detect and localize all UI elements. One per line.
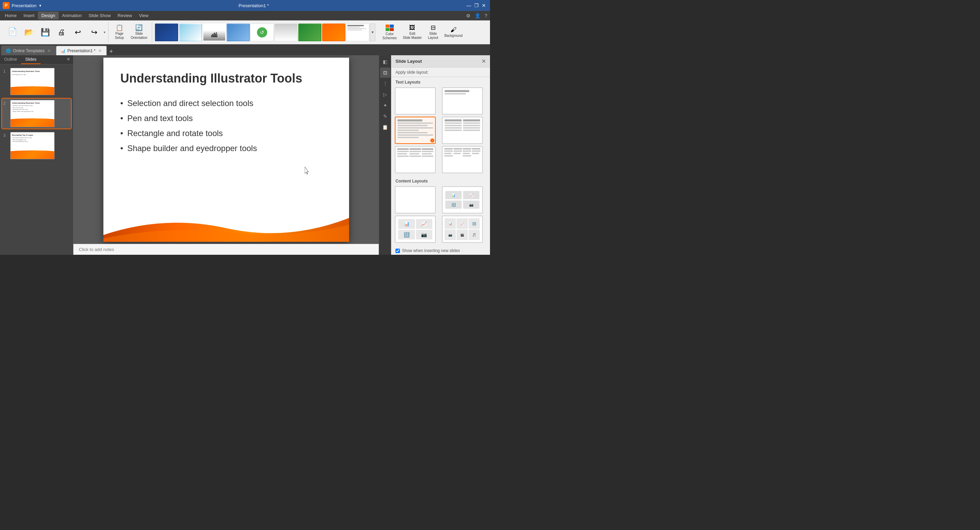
layout-four-col[interactable] (442, 146, 483, 173)
apply-layout-label: Apply slide layout: (396, 70, 429, 75)
sidebar-icon-1[interactable]: ◧ (380, 57, 390, 67)
layout-two-col[interactable] (442, 117, 483, 144)
layout-line (398, 119, 422, 121)
content-placeholder-3: 📊 📈 🔢 📷 (396, 216, 435, 242)
theme-7[interactable] (298, 24, 321, 41)
theme-8[interactable] (322, 24, 345, 41)
bullet-dot-4: • (121, 144, 123, 153)
menu-review[interactable]: Review (114, 11, 136, 19)
user-icon[interactable]: 👤 (473, 12, 482, 19)
save-button[interactable]: 💾 (38, 23, 52, 42)
layout-content-icon[interactable]: 📊 📈 🔢 📷 (442, 186, 483, 214)
theme-6[interactable] (274, 24, 298, 41)
page-setup-group: 📋 PageSetup 🔄 SlideOrientation (110, 22, 152, 43)
close-button[interactable]: ✕ (480, 2, 487, 9)
layout-blank[interactable] (395, 87, 436, 114)
slide-layout-button[interactable]: ⊟ SlideLayout (425, 23, 441, 42)
theme-strip: 🏙 ↺ ▼ (154, 24, 377, 41)
print-button[interactable]: 🖨 (54, 23, 69, 42)
layout-line (445, 130, 462, 131)
new-icon: 📄 (8, 28, 17, 35)
undo-button[interactable]: ↩ (70, 23, 85, 42)
redo-dropdown[interactable]: ▼ (103, 31, 106, 34)
new-button[interactable]: 📄 (5, 23, 20, 42)
open-button[interactable]: 📂 (21, 23, 36, 42)
menu-animation[interactable]: Animation (59, 11, 85, 19)
redo-button[interactable]: ↪ (87, 23, 102, 42)
layout-title-only[interactable] (442, 87, 483, 114)
bullet-text-3: Rectangle and rotate tools (127, 129, 223, 138)
slide-thumb-1[interactable]: Understanding Illustrator Tools Recreati… (10, 68, 55, 95)
panel-close-button[interactable]: ✕ (64, 55, 73, 64)
sidebar-icon-3[interactable]: ⋮ (380, 78, 390, 89)
menu-view[interactable]: View (135, 11, 152, 19)
sidebar-icon-4[interactable]: ▷ (380, 89, 390, 100)
slide-thumb-3[interactable]: Recreating Top 3 Logos • Recreating Goog… (10, 132, 55, 159)
show-when-checkbox-input[interactable] (396, 249, 400, 253)
theme-more-button[interactable]: ▼ (370, 24, 375, 41)
layout-line (398, 130, 419, 131)
slide-item-3[interactable]: 3 Recreating Top 3 Logos • Recreating Go… (2, 131, 71, 161)
theme-9[interactable] (346, 24, 369, 41)
theme-1[interactable] (155, 24, 178, 41)
tab-online-templates-close[interactable]: ✕ (47, 48, 51, 53)
layout-line (463, 127, 480, 129)
question-icon[interactable]: ? (483, 12, 488, 19)
sidebar-icon-2[interactable]: ⊡ (380, 68, 390, 78)
show-when-checkbox[interactable]: Show when inserting new slides (391, 246, 490, 255)
slide-thumb-2[interactable]: Understanding Illustrator Tools • Select… (10, 100, 55, 127)
canvas-scrollable[interactable]: Understanding Illustrator Tools • Select… (73, 55, 379, 244)
layout-content-two-icon[interactable]: 📊 📈 🔢 📷 (395, 216, 436, 243)
dropdown-arrow[interactable]: ▼ (38, 4, 42, 8)
layout-col-left (445, 119, 462, 141)
outline-tab[interactable]: Outline (0, 55, 21, 64)
restore-button[interactable]: ❐ (473, 2, 480, 9)
color-schemes-label: ColorSchemes (382, 32, 397, 40)
right-panel-close-button[interactable]: ✕ (482, 58, 486, 65)
layout-three-col[interactable] (395, 146, 436, 173)
theme-2[interactable] (179, 24, 202, 41)
edit-slide-master-button[interactable]: 🖼 EditSlide Master (401, 23, 425, 42)
theme-3[interactable]: 🏙 (203, 24, 226, 41)
minimize-button[interactable]: — (465, 2, 472, 9)
color-schemes-button[interactable]: ColorSchemes (380, 23, 399, 42)
page-setup-icon: 📋 (116, 25, 123, 31)
right-panel: Slide Layout ✕ Apply slide layout: Text … (391, 55, 490, 255)
menu-home[interactable]: Home (2, 11, 20, 19)
toolbar: 📄 📂 💾 🖨 ↩ ↪ ▼ 📋 PageSetup 🔄 SlideOrienta… (0, 21, 490, 44)
theme-4[interactable] (227, 24, 250, 41)
layout-col-right (463, 119, 480, 141)
sidebar-icon-5[interactable]: ✦ (380, 100, 390, 111)
slide-orientation-button[interactable]: 🔄 SlideOrientation (128, 23, 150, 42)
menu-design[interactable]: Design (38, 11, 58, 19)
menu-slideshow[interactable]: Slide Show (85, 11, 114, 19)
theme-5[interactable]: ↺ (250, 24, 274, 41)
layout-content-four-icon[interactable]: 📊 📈 🔢 📷 🎬 🎵 (442, 216, 483, 243)
tab-presentation1[interactable]: 📊 Presentation1 * ✕ (56, 46, 107, 55)
add-tab-button[interactable]: + (107, 48, 116, 55)
show-when-label: Show when inserting new slides (402, 248, 460, 253)
slide-canvas[interactable]: Understanding Illustrator Tools • Select… (103, 58, 349, 242)
tab-presentation1-icon: 📊 (60, 48, 65, 53)
slide-item-1[interactable]: 1 Understanding Illustrator Tools Recrea… (2, 67, 71, 97)
notes-bar[interactable]: Click to add notes (73, 244, 379, 255)
layout-line (398, 134, 433, 136)
sidebar-icon-6[interactable]: ✎ (380, 111, 390, 121)
help-icon[interactable]: ⚙ (465, 12, 472, 19)
layout-title-body[interactable]: ✓ (395, 117, 436, 144)
slide-footer (103, 208, 349, 242)
icon-cell-2: 📈 (416, 219, 433, 229)
layout-content-blank[interactable] (395, 186, 436, 214)
slide-number-3: 3 (3, 133, 8, 138)
slide-title: Understanding Illustrator Tools (103, 58, 349, 92)
page-setup-button[interactable]: 📋 PageSetup (112, 23, 127, 42)
text-layouts-title: Text Layouts (391, 77, 490, 86)
background-button[interactable]: 🖌 Background (442, 23, 465, 42)
slide-item-2[interactable]: 2 Understanding Illustrator Tools • Sele… (2, 98, 71, 129)
slides-tab[interactable]: Slides (21, 55, 41, 64)
tab-presentation1-close[interactable]: ✕ (98, 48, 102, 53)
tab-online-templates[interactable]: 🌐 Online Templates ✕ (2, 46, 56, 55)
sidebar-icon-7[interactable]: 📋 (380, 122, 390, 132)
layout-line (463, 130, 480, 131)
menu-insert[interactable]: Insert (20, 11, 38, 19)
